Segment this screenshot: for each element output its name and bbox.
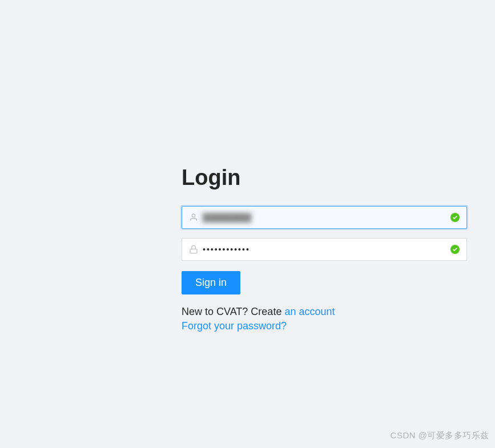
username-input[interactable] [203,207,446,228]
svg-point-0 [192,214,195,217]
register-prompt: New to CVAT? Create an account [182,306,467,318]
signin-button[interactable]: Sign in [182,271,240,294]
login-form: Login [182,166,467,332]
watermark-text: CSDN @可爱多多巧乐兹 [391,430,489,441]
forgot-password-wrapper: Forgot your password? [182,320,467,332]
forgot-password-link[interactable]: Forgot your password? [182,320,287,332]
lock-icon [189,245,198,254]
svg-rect-1 [190,249,197,253]
username-valid-indicator [450,213,460,222]
register-prefix-text: New to CVAT? Create [182,306,284,317]
check-circle-icon [450,245,460,254]
create-account-link[interactable]: an account [284,306,335,317]
password-valid-indicator [450,245,460,254]
username-field-wrapper[interactable] [182,206,467,229]
check-circle-icon [450,213,460,222]
page-title: Login [182,166,467,190]
password-input[interactable] [203,239,446,260]
password-field-wrapper[interactable] [182,238,467,261]
user-icon [189,213,198,222]
